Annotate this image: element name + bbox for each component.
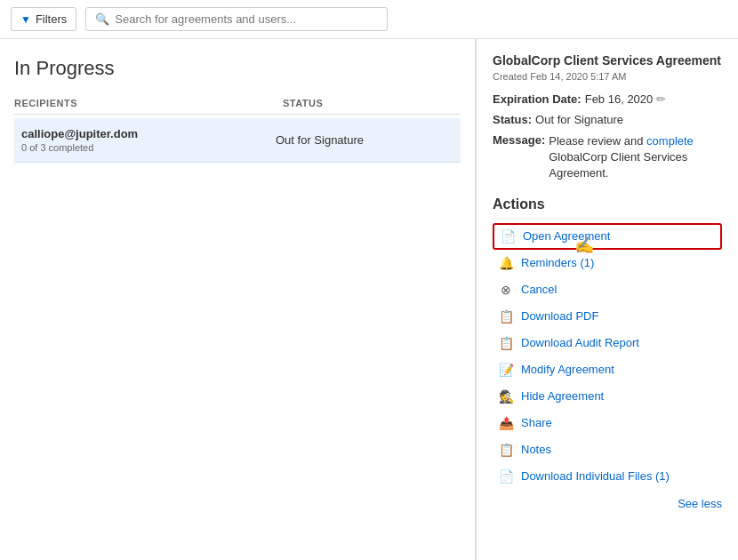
created-date: Created Feb 14, 2020 5:17 AM <box>493 71 722 82</box>
hide-agreement-label: Hide Agreement <box>521 389 604 403</box>
toolbar: ▼ Filters 🔍 <box>0 0 738 39</box>
share-icon: 📤 <box>498 416 514 430</box>
action-download-pdf[interactable]: 📋Download PDF <box>493 303 722 330</box>
expiration-row: Expiration Date: Feb 16, 2020 ✏ <box>493 92 722 106</box>
agreement-title: GlobalCorp Client Services Agreement <box>493 53 722 68</box>
see-less-button[interactable]: See less <box>678 497 722 510</box>
recipient-count: 0 of 3 completed <box>21 142 276 153</box>
expiration-label: Expiration Date: <box>493 92 582 106</box>
download-pdf-label: Download PDF <box>521 309 598 323</box>
reminders-label: Reminders (1) <box>521 256 594 269</box>
status-value: Out for Signature <box>535 113 623 126</box>
page-title: In Progress <box>14 57 461 80</box>
actions-list: 📄Open Agreement✍🔔Reminders (1)⊗Cancel📋Do… <box>493 223 722 490</box>
open-agreement-icon: 📄 <box>500 229 516 244</box>
status-cell: Out for Signature <box>276 133 453 147</box>
action-download-individual-files[interactable]: 📄Download Individual Files (1) <box>493 463 722 490</box>
action-notes[interactable]: 📋Notes <box>493 436 722 463</box>
modify-agreement-icon: 📝 <box>498 363 514 377</box>
action-cancel[interactable]: ⊗Cancel <box>493 276 722 303</box>
download-individual-files-icon: 📄 <box>498 469 514 484</box>
expiration-value: Feb 16, 2020 <box>585 92 654 106</box>
download-individual-files-label: Download Individual Files (1) <box>521 469 670 483</box>
see-less-row: See less <box>493 490 722 510</box>
message-text: Please review and complete GlobalCorp Cl… <box>549 133 722 182</box>
status-row: Status: Out for Signature <box>493 113 722 126</box>
action-download-audit-report[interactable]: 📋Download Audit Report <box>493 330 722 356</box>
main-content: In Progress RECIPIENTS STATUS calliope@j… <box>0 39 738 560</box>
filter-button[interactable]: ▼ Filters <box>11 7 76 31</box>
cancel-label: Cancel <box>521 283 557 296</box>
recipient-info: calliope@jupiter.dom 0 of 3 completed <box>21 127 276 153</box>
table-row[interactable]: calliope@jupiter.dom 0 of 3 completed Ou… <box>14 118 461 163</box>
share-label: Share <box>521 416 552 429</box>
open-agreement-label: Open Agreement <box>523 229 610 243</box>
right-panel: GlobalCorp Client Services Agreement Cre… <box>476 39 738 560</box>
search-box: 🔍 <box>85 7 388 31</box>
column-recipients: RECIPIENTS <box>14 98 283 108</box>
search-icon: 🔍 <box>95 12 109 26</box>
reminders-icon: 🔔 <box>498 256 514 270</box>
action-reminders[interactable]: 🔔Reminders (1) <box>493 250 722 276</box>
action-open-agreement[interactable]: 📄Open Agreement✍ <box>493 223 722 250</box>
search-input[interactable] <box>115 12 378 26</box>
message-link: complete <box>646 134 694 148</box>
status-label: Status: <box>493 113 532 126</box>
filter-icon: ▼ <box>20 13 31 26</box>
actions-title: Actions <box>493 196 722 212</box>
column-status: STATUS <box>283 98 461 108</box>
download-audit-report-label: Download Audit Report <box>521 336 639 349</box>
notes-label: Notes <box>521 443 551 456</box>
action-hide-agreement[interactable]: 🕵Hide Agreement <box>493 383 722 410</box>
recipient-email: calliope@jupiter.dom <box>21 127 276 140</box>
filter-label: Filters <box>36 12 67 26</box>
hide-agreement-icon: 🕵 <box>498 389 514 404</box>
message-row: Message: Please review and complete Glob… <box>493 133 722 182</box>
message-label: Message: <box>493 133 545 147</box>
action-share[interactable]: 📤Share <box>493 410 722 436</box>
modify-agreement-label: Modify Agreement <box>521 363 614 376</box>
left-panel: In Progress RECIPIENTS STATUS calliope@j… <box>0 39 476 560</box>
action-modify-agreement[interactable]: 📝Modify Agreement <box>493 356 722 383</box>
edit-icon[interactable]: ✏ <box>656 92 666 106</box>
download-pdf-icon: 📋 <box>498 309 514 324</box>
download-audit-report-icon: 📋 <box>498 336 514 350</box>
cancel-icon: ⊗ <box>498 283 514 297</box>
table-header: RECIPIENTS STATUS <box>14 98 461 115</box>
notes-icon: 📋 <box>498 443 514 457</box>
